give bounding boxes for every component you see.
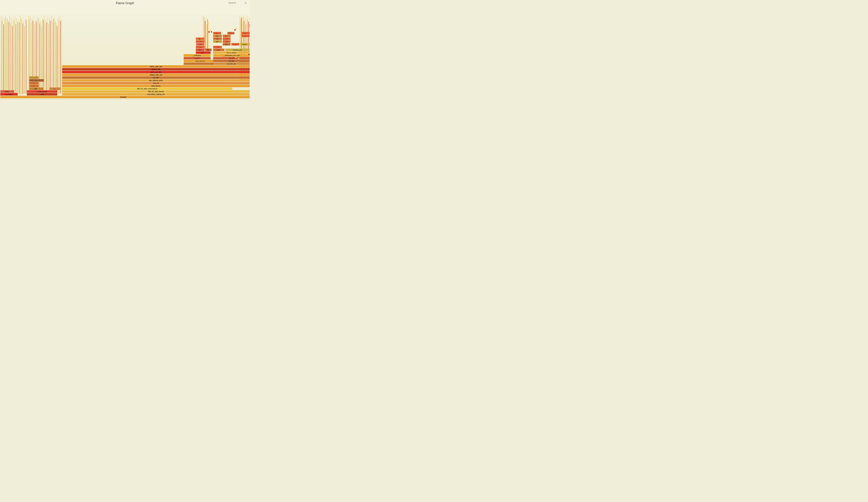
svg-text:do_IRQ: do_IRQ — [229, 60, 234, 62]
svg-rect-59 — [53, 19, 54, 94]
svg-rect-44 — [40, 21, 41, 94]
svg-rect-147 — [208, 31, 210, 33]
svg-rect-53 — [48, 24, 49, 94]
svg-rect-55 — [50, 21, 50, 94]
svg-rect-33 — [31, 23, 31, 95]
svg-rect-16 — [15, 17, 15, 94]
svg-rect-0 — [1, 15, 1, 95]
svg-rect-7 — [7, 18, 7, 95]
svg-text:ne..: ne.. — [207, 49, 209, 51]
svg-text:smp_call_fun..: smp_call_fun.. — [196, 60, 206, 62]
svg-rect-10 — [10, 15, 10, 95]
svg-rect-3 — [3, 24, 4, 94]
svg-rect-26 — [23, 21, 24, 94]
svg-text:swapper: swapper — [120, 96, 126, 98]
svg-text:n..: n.. — [230, 32, 232, 34]
svg-rect-151 — [236, 28, 237, 29]
svg-rect-22 — [20, 15, 20, 95]
svg-text:x86_64_start_reservations: x86_64_start_reservations — [137, 88, 157, 90]
svg-text:x86_64_start_kernel: x86_64_start_kernel — [148, 91, 164, 93]
svg-rect-72 — [206, 17, 206, 50]
svg-rect-56 — [51, 20, 51, 94]
svg-text:net_..: net_.. — [201, 52, 205, 54]
svg-text:__n..: __n.. — [198, 44, 202, 45]
svg-rect-47 — [43, 20, 43, 94]
svg-rect-70 — [204, 17, 204, 50]
svg-text:do_..: do_.. — [225, 35, 228, 37]
svg-text:__n..: __n.. — [216, 46, 219, 48]
svg-rect-142 — [232, 57, 234, 59]
svg-rect-148 — [210, 30, 211, 31]
svg-text:gith..: gith.. — [34, 88, 38, 90]
svg-rect-12 — [11, 17, 12, 95]
svg-text:native_safe_halt: native_safe_halt — [149, 66, 162, 67]
svg-text:r-xdp: r-xdp — [40, 94, 44, 95]
svg-text:pro..: pro.. — [199, 49, 202, 51]
svg-rect-17 — [16, 24, 16, 94]
svg-rect-48 — [44, 15, 44, 95]
svg-rect-149 — [211, 31, 212, 33]
svg-text:__n..: __n.. — [198, 41, 202, 43]
svg-rect-150 — [234, 29, 236, 31]
svg-rect-61 — [55, 22, 55, 94]
svg-text:[unkn..: [unkn.. — [5, 91, 10, 93]
svg-text:sm..: sm.. — [225, 44, 228, 45]
svg-rect-49 — [45, 22, 45, 94]
svg-rect-2 — [3, 17, 3, 95]
svg-text:na..: na.. — [216, 38, 219, 40]
svg-rect-145 — [248, 54, 250, 55]
svg-rect-58 — [53, 23, 53, 94]
svg-text:__softirqent..: __softirqent.. — [192, 55, 202, 56]
search-button[interactable]: Search — [228, 1, 236, 4]
svg-text:-r..: -r.. — [35, 80, 38, 81]
svg-rect-62 — [56, 23, 56, 94]
svg-text:h..: h.. — [54, 88, 56, 90]
svg-rect-30 — [28, 15, 29, 95]
svg-rect-144 — [238, 57, 240, 59]
svg-rect-71 — [205, 21, 205, 50]
svg-rect-63 — [57, 26, 57, 94]
svg-text:..: .. — [33, 77, 34, 79]
svg-text:__n..: __n.. — [225, 38, 228, 40]
svg-text:__n..: __n.. — [233, 44, 237, 45]
svg-rect-65 — [59, 20, 59, 94]
svg-rect-25 — [23, 23, 23, 94]
svg-rect-67 — [60, 21, 61, 94]
svg-text:runtime.goexit: runtime.goexit — [37, 91, 47, 93]
svg-rect-50 — [46, 19, 46, 94]
svg-text:vmxnet3_pol..: vmxnet3_pol.. — [232, 49, 242, 51]
svg-text:start_kernel: start_kernel — [151, 85, 161, 87]
svg-rect-13 — [12, 26, 12, 94]
svg-rect-75 — [208, 22, 209, 50]
svg-rect-152 — [248, 26, 250, 28]
svg-rect-64 — [58, 18, 58, 94]
svg-text:n..: n.. — [245, 35, 246, 37]
svg-rect-46 — [42, 18, 43, 94]
svg-text:rest_init: rest_init — [153, 82, 159, 84]
svg-rect-8 — [8, 20, 8, 94]
svg-rect-57 — [52, 15, 52, 95]
flame-graph-svg: swapper 1_scheduler r-xdp [unkn.. runtim… — [0, 7, 250, 99]
svg-text:__softirqentry_text_start: __softirqentry_text_start — [223, 55, 240, 56]
svg-rect-11 — [10, 23, 11, 94]
svg-rect-29 — [26, 20, 27, 94]
svg-rect-73 — [207, 24, 207, 50]
svg-rect-24 — [22, 17, 22, 94]
svg-rect-42 — [39, 17, 39, 94]
svg-text:x2..: x2.. — [216, 35, 219, 37]
svg-rect-18 — [17, 18, 17, 94]
svg-text:1_scheduler: 1_scheduler — [5, 94, 13, 95]
svg-rect-143 — [235, 56, 237, 58]
svg-rect-19 — [17, 22, 18, 94]
flame-graph-container: Flame Graph Search ic — [0, 0, 250, 100]
svg-rect-51 — [46, 23, 47, 94]
svg-rect-153 — [250, 24, 250, 26]
svg-text:ge..: ge.. — [216, 41, 219, 43]
svg-text:__n..: __n.. — [225, 41, 228, 43]
svg-rect-5 — [5, 17, 6, 95]
svg-rect-21 — [19, 23, 19, 94]
svg-rect-9 — [9, 22, 9, 94]
svg-text:do_..: do_.. — [198, 38, 202, 40]
svg-rect-6 — [6, 23, 7, 94]
svg-rect-28 — [25, 18, 26, 94]
